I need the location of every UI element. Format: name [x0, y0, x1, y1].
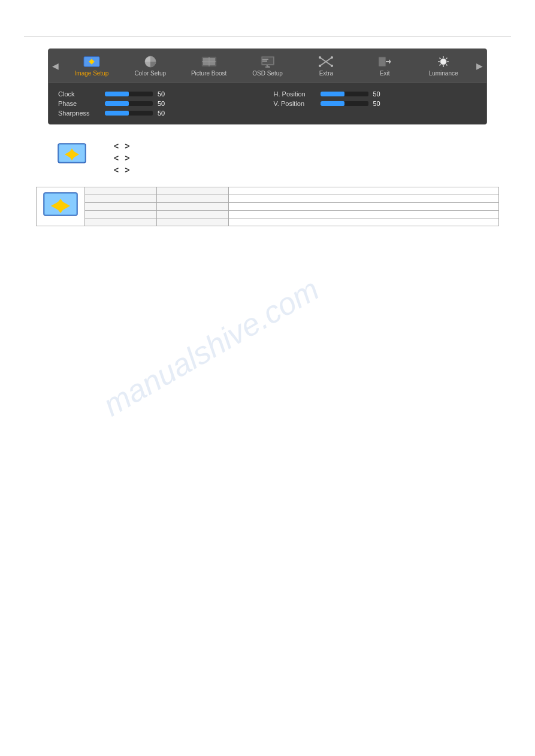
clock-slider-fill [105, 92, 129, 96]
image-setup-nav-icon [83, 55, 100, 68]
nav-label-picture-boost: Picture Boost [191, 70, 226, 77]
exit-nav-icon [376, 55, 393, 68]
svg-point-21 [331, 65, 333, 67]
osd-content-area: Clock 50 Phase 50 Sharpness 50 [49, 83, 486, 124]
nav-item-picture-boost[interactable]: Picture Boost [180, 53, 238, 79]
table-col-desc-2 [229, 195, 499, 203]
table-col-range-2 [157, 195, 229, 203]
nav-item-luminance[interactable]: Luminance [414, 53, 473, 79]
nav-label-osd-setup: OSD Setup [252, 70, 283, 77]
sharpness-label: Sharpness [58, 110, 100, 117]
svg-rect-22 [379, 57, 386, 66]
osd-nav-bar: ◀ Image Setup [49, 49, 486, 83]
left-arrow-icon[interactable]: ◀ [52, 61, 59, 71]
table-row-5 [37, 218, 499, 226]
picture-boost-nav-icon [201, 55, 217, 68]
left-arrow-1[interactable]: < [114, 141, 119, 151]
table-row-3 [37, 203, 499, 211]
v-position-slider-fill [321, 101, 344, 106]
table-row-2 [37, 195, 499, 203]
table-row-4 [37, 211, 499, 218]
nav-label-image-setup: Image Setup [75, 70, 109, 77]
v-position-label: V. Position [274, 100, 316, 107]
controls-list: < > < > < > [114, 141, 129, 175]
svg-line-32 [446, 58, 447, 59]
right-arrow-icon[interactable]: ▶ [476, 61, 483, 71]
clock-value: 50 [158, 90, 170, 98]
osd-row-phase: Phase 50 [58, 99, 262, 108]
nav-item-extra[interactable]: Extra [297, 53, 355, 79]
v-position-slider[interactable] [321, 101, 368, 106]
table-col-name-4 [85, 211, 157, 218]
h-position-label: H. Position [274, 90, 316, 98]
svg-line-30 [440, 58, 441, 59]
info-table [36, 187, 499, 226]
nav-label-luminance: Luminance [429, 70, 458, 77]
h-position-value: 50 [373, 90, 385, 98]
table-col-range-4 [157, 211, 229, 218]
watermark: manualshive.com [97, 271, 325, 423]
svg-line-31 [446, 64, 447, 65]
osd-row-h-position: H. Position 50 [274, 89, 477, 99]
table-icon-cell [37, 187, 85, 226]
clock-slider[interactable] [105, 92, 153, 96]
right-arrow-2[interactable]: > [125, 153, 129, 163]
nav-next-arrow[interactable]: ▶ [473, 61, 486, 71]
control-row-1: < > [114, 141, 129, 151]
image-setup-large-icon [57, 142, 87, 166]
sharpness-slider[interactable] [105, 111, 153, 116]
right-arrow-1[interactable]: > [125, 141, 129, 151]
table-col-range-5 [157, 218, 229, 226]
nav-label-extra: Extra [319, 70, 333, 77]
info-table-section [36, 187, 499, 226]
description-section: < > < > < > [48, 136, 487, 175]
phase-slider[interactable] [105, 101, 153, 106]
control-row-3: < > [114, 165, 129, 175]
phase-slider-fill [105, 101, 129, 106]
sharpness-value: 50 [158, 110, 170, 117]
left-arrow-2[interactable]: < [114, 153, 119, 163]
osd-row-v-position: V. Position 50 [274, 99, 477, 108]
osd-row-sharpness: Sharpness 50 [58, 108, 262, 118]
v-position-value: 50 [373, 100, 385, 107]
table-col-name-3 [85, 203, 157, 211]
right-arrow-3[interactable]: > [125, 165, 129, 175]
table-row-1 [37, 187, 499, 195]
svg-point-20 [319, 65, 321, 67]
nav-prev-arrow[interactable]: ◀ [49, 61, 62, 71]
osd-menu: ◀ Image Setup [48, 48, 487, 125]
top-divider [24, 36, 511, 37]
h-position-slider[interactable] [321, 92, 368, 96]
osd-row-clock: Clock 50 [58, 89, 262, 99]
table-col-name-2 [85, 195, 157, 203]
nav-item-exit[interactable]: Exit [355, 53, 414, 79]
nav-label-color-setup: Color Setup [134, 70, 166, 77]
svg-point-19 [331, 56, 333, 59]
table-col-desc-3 [229, 203, 499, 211]
table-col-range-3 [157, 203, 229, 211]
clock-label: Clock [58, 90, 100, 98]
phase-value: 50 [158, 100, 170, 107]
svg-line-33 [440, 64, 441, 65]
svg-marker-24 [389, 59, 391, 64]
table-col-desc-1 [229, 187, 499, 195]
h-position-slider-fill [321, 92, 344, 96]
table-col-name-1 [85, 187, 157, 195]
table-col-desc-5 [229, 218, 499, 226]
left-arrow-3[interactable]: < [114, 165, 119, 175]
luminance-nav-icon [435, 55, 452, 68]
svg-point-18 [319, 56, 321, 59]
sharpness-slider-fill [105, 111, 129, 116]
table-image-setup-icon [43, 192, 78, 220]
osd-right-column: H. Position 50 V. Position 50 [274, 89, 477, 118]
svg-point-25 [440, 59, 446, 65]
nav-item-image-setup[interactable]: Image Setup [62, 53, 121, 79]
table-col-name-5 [85, 218, 157, 226]
nav-item-color-setup[interactable]: Color Setup [121, 53, 180, 79]
extra-nav-icon [318, 55, 334, 68]
osd-setup-nav-icon [259, 55, 276, 68]
nav-item-osd-setup[interactable]: OSD Setup [238, 53, 297, 79]
osd-left-column: Clock 50 Phase 50 Sharpness 50 [58, 89, 262, 118]
table-col-range-1 [157, 187, 229, 195]
phase-label: Phase [58, 100, 100, 107]
